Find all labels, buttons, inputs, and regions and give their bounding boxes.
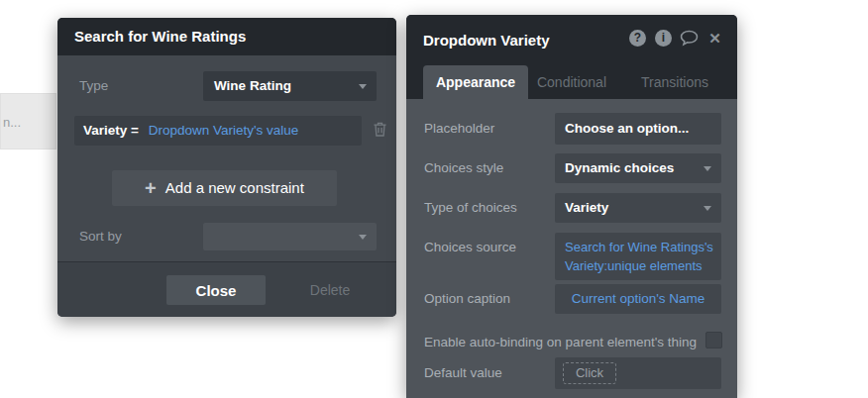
choices-style-label: Choices style	[424, 153, 503, 183]
default-value-click-button[interactable]: Click	[563, 362, 616, 384]
search-constructor-popup: Search for Wine Ratings Type Wine Rating…	[57, 18, 396, 317]
sort-by-select[interactable]	[203, 223, 377, 250]
canvas-dropdown-truncated-text: n...	[3, 115, 21, 130]
editor-canvas: n... Search for Wine Ratings Type Wine R…	[0, 0, 868, 398]
tab-appearance[interactable]: Appearance	[423, 65, 528, 99]
comment-button[interactable]	[680, 29, 699, 48]
chevron-down-icon	[704, 166, 711, 171]
tab-bar: Appearance Conditional Transitions	[406, 65, 737, 99]
add-constraint-label: Add a new constraint	[165, 179, 304, 196]
type-of-choices-value: Variety	[565, 193, 608, 223]
type-label: Type	[79, 71, 108, 101]
add-constraint-button[interactable]: +Add a new constraint	[112, 170, 337, 206]
close-button[interactable]: Close	[166, 275, 266, 305]
info-button[interactable]: i	[654, 29, 673, 48]
type-select[interactable]: Wine Rating	[203, 71, 377, 101]
info-icon: i	[655, 30, 672, 47]
option-caption-expression[interactable]: Current option's Name	[555, 284, 721, 314]
choices-style-value: Dynamic choices	[565, 153, 674, 183]
choices-style-select[interactable]: Dynamic choices	[555, 153, 721, 183]
plus-icon: +	[145, 177, 157, 199]
type-select-value: Wine Rating	[214, 71, 291, 101]
default-value-label: Default value	[424, 357, 502, 389]
header-icon-bar: ? i ✕	[628, 29, 724, 48]
placeholder-input[interactable]: Choose an option...	[555, 113, 721, 145]
constraint-value: Dropdown Variety's value	[149, 123, 299, 138]
tab-conditional[interactable]: Conditional	[520, 65, 623, 99]
comment-icon	[680, 30, 699, 47]
sort-by-label: Sort by	[79, 223, 122, 250]
autobinding-checkbox[interactable]	[705, 332, 722, 348]
placeholder-label: Placeholder	[424, 113, 494, 145]
search-popup-footer: Close Delete	[57, 261, 396, 317]
default-value-field[interactable]: Click	[555, 357, 721, 389]
property-editor-popup: Dropdown Variety ? i ✕ Appearance Condit…	[406, 15, 737, 398]
delete-constraint-button[interactable]	[370, 121, 389, 141]
chevron-down-icon	[359, 235, 367, 240]
constraint-field: Variety =	[83, 123, 139, 138]
choices-source-label: Choices source	[424, 233, 516, 262]
canvas-dropdown-element[interactable]: n...	[0, 93, 56, 149]
help-button[interactable]: ?	[628, 29, 647, 48]
trash-icon	[373, 121, 387, 138]
type-of-choices-label: Type of choices	[424, 193, 517, 223]
close-icon: ✕	[708, 30, 721, 47]
help-icon: ?	[629, 30, 646, 47]
delete-button[interactable]: Delete	[291, 275, 369, 305]
close-panel-button[interactable]: ✕	[705, 29, 724, 48]
type-of-choices-select[interactable]: Variety	[555, 193, 721, 223]
autobinding-label: Enable auto-binding on parent element's …	[424, 334, 713, 350]
choices-source-expression[interactable]: Search for Wine Ratings's Variety:unique…	[555, 233, 721, 280]
search-popup-title: Search for Wine Ratings	[57, 18, 396, 55]
option-caption-label: Option caption	[424, 284, 510, 314]
chevron-down-icon	[704, 206, 711, 211]
chevron-down-icon	[359, 84, 367, 89]
property-editor-title: Dropdown Variety	[423, 32, 550, 49]
tab-transitions[interactable]: Transitions	[623, 65, 726, 99]
constraint-row[interactable]: Variety = Dropdown Variety's value	[74, 116, 362, 146]
